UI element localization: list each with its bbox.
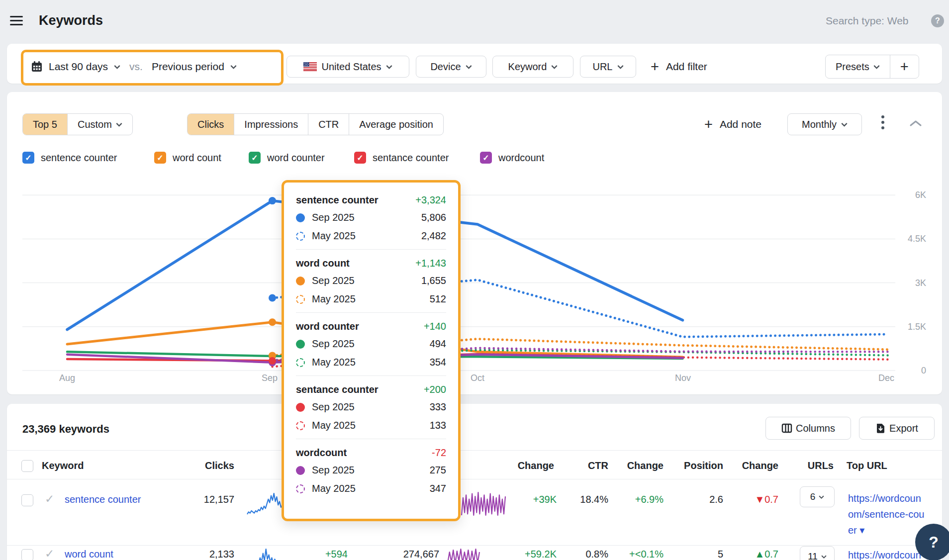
country-filter-button[interactable]: United States xyxy=(286,56,409,78)
help-icon[interactable]: ? xyxy=(931,14,944,27)
keywords-page: Keywords Search type: Web ? Last 90 days… xyxy=(0,0,949,560)
tooltip-value: 133 xyxy=(430,420,446,431)
tooltip-series-delta: +140 xyxy=(424,321,446,332)
url-filter-label: URL xyxy=(592,61,612,73)
keyword-filter-label: Keyword xyxy=(508,61,547,73)
col-header-change[interactable]: Change xyxy=(604,460,664,471)
y-tick-3k: 3K xyxy=(891,278,926,288)
tooltip-period: May 2025 xyxy=(312,420,356,431)
tooltip-period: Sep 2025 xyxy=(312,338,355,350)
top-url-line[interactable]: om/sentence-cou xyxy=(848,506,942,522)
position-change-value: ▼0.7 xyxy=(724,494,778,505)
impressions-sparkline xyxy=(447,547,480,560)
tracked-check-icon: ✓ xyxy=(45,492,54,506)
clicks-value: 12,157 xyxy=(180,494,234,505)
compare-period-label: Previous period xyxy=(152,61,224,73)
tooltip-value: 5,806 xyxy=(421,212,446,223)
clicks-value: 2,133 xyxy=(180,549,234,560)
tooltip-group: sentence counter +3,324 Sep 2025 5,806 M… xyxy=(296,191,446,250)
add-filter-button[interactable]: + Add filter xyxy=(651,56,707,78)
kebab-menu-icon[interactable] xyxy=(881,115,885,129)
search-type-label[interactable]: Search type: Web xyxy=(826,15,909,27)
help-fab-button[interactable]: ? xyxy=(915,524,949,560)
checkbox-checked-icon[interactable]: ✓ xyxy=(354,152,366,164)
legend-sentence-counter[interactable]: ✓ sentence counter xyxy=(22,151,117,164)
x-tick-oct: Oct xyxy=(463,373,492,383)
urls-count-select[interactable]: 6 xyxy=(800,486,835,507)
export-button[interactable]: Export xyxy=(859,417,935,440)
col-header-clicks[interactable]: Clicks xyxy=(180,460,234,471)
change-value: +39K xyxy=(502,494,557,505)
checkbox-checked-icon[interactable]: ✓ xyxy=(249,152,261,164)
url-filter-button[interactable]: URL xyxy=(580,56,636,78)
chevron-down-icon xyxy=(230,65,237,69)
legend-sentance-counter[interactable]: ✓ sentance counter xyxy=(354,151,449,164)
keyword-link[interactable]: sentence counter xyxy=(65,494,141,505)
urls-count-select[interactable]: 11 xyxy=(800,546,835,560)
col-header-top-url[interactable]: Top URL xyxy=(847,460,887,471)
collapse-chart-icon[interactable] xyxy=(909,119,922,127)
legend-word-counter[interactable]: ✓ word counter xyxy=(249,151,325,164)
tab-ctr[interactable]: CTR xyxy=(308,114,349,135)
change-value: +59.2K xyxy=(502,549,557,560)
tooltip-value: 354 xyxy=(430,357,446,368)
tooltip-value: 2,482 xyxy=(421,230,446,242)
tab-clicks[interactable]: Clicks xyxy=(188,114,234,135)
row-checkbox[interactable] xyxy=(21,549,33,560)
tab-custom[interactable]: Custom xyxy=(67,114,132,135)
top-url-line[interactable]: https://wordcoun xyxy=(848,490,942,506)
row-checkbox[interactable] xyxy=(21,494,33,506)
scope-segmented-control: Top 5 Custom xyxy=(22,113,133,135)
presets-button[interactable]: Presets xyxy=(826,55,890,78)
add-preset-button[interactable]: + xyxy=(890,55,919,78)
columns-button[interactable]: Columns xyxy=(765,417,851,440)
tooltip-series-name: word counter xyxy=(296,321,359,332)
checkbox-checked-icon[interactable]: ✓ xyxy=(22,152,34,164)
select-all-checkbox[interactable] xyxy=(21,460,33,472)
chevron-down-icon xyxy=(116,122,122,127)
keyword-link[interactable]: word count xyxy=(65,549,113,560)
divider xyxy=(296,312,446,313)
legend-wordcount[interactable]: ✓ wordcount xyxy=(480,151,544,164)
tooltip-period: Sep 2025 xyxy=(312,275,355,286)
checkbox-checked-icon[interactable]: ✓ xyxy=(154,152,166,164)
keyword-filter-button[interactable]: Keyword xyxy=(492,56,573,78)
series-dot-icon xyxy=(296,277,305,285)
legend-label: wordcount xyxy=(498,152,544,164)
header-bar: Keywords Search type: Web ? xyxy=(0,0,949,35)
tab-average-position[interactable]: Average position xyxy=(349,114,443,135)
urls-count: 6 xyxy=(810,491,816,502)
tooltip-series-delta: -72 xyxy=(432,447,446,459)
hamburger-menu-icon[interactable] xyxy=(10,16,23,26)
checkbox-checked-icon[interactable]: ✓ xyxy=(480,152,492,164)
col-header-keyword[interactable]: Keyword xyxy=(42,460,84,471)
legend-label: sentence counter xyxy=(41,152,117,164)
presets-label: Presets xyxy=(836,61,869,73)
legend-word-count[interactable]: ✓ word count xyxy=(154,151,221,164)
interval-select[interactable]: Monthly xyxy=(787,113,862,135)
col-header-position[interactable]: Position xyxy=(668,460,723,471)
col-header-urls[interactable]: URLs xyxy=(794,460,834,471)
legend-label: word count xyxy=(173,152,221,164)
chevron-down-icon xyxy=(551,65,558,69)
col-header-change[interactable]: Change xyxy=(724,460,778,471)
device-filter-button[interactable]: Device xyxy=(416,56,486,78)
col-header-ctr[interactable]: CTR xyxy=(554,460,608,471)
series-ring-icon xyxy=(296,358,305,367)
tab-impressions-label: Impressions xyxy=(244,119,298,130)
tab-top5[interactable]: Top 5 xyxy=(23,114,67,135)
tooltip-period: Sep 2025 xyxy=(312,465,355,476)
add-note-button[interactable]: + Add note xyxy=(704,113,761,135)
chart-card xyxy=(7,92,942,394)
tab-impressions[interactable]: Impressions xyxy=(234,114,308,135)
tooltip-period: May 2025 xyxy=(312,293,356,305)
x-tick-aug: Aug xyxy=(52,373,82,383)
impressions-value: 274,667 xyxy=(375,549,439,560)
date-range-filter[interactable]: Last 90 days vs. Previous period xyxy=(31,56,237,78)
col-header-change[interactable]: Change xyxy=(499,460,554,471)
keywords-count: 23,369 keywords xyxy=(22,423,109,436)
divider xyxy=(7,450,942,451)
divider xyxy=(7,545,942,546)
export-download-icon xyxy=(875,423,886,434)
divider xyxy=(296,439,446,439)
